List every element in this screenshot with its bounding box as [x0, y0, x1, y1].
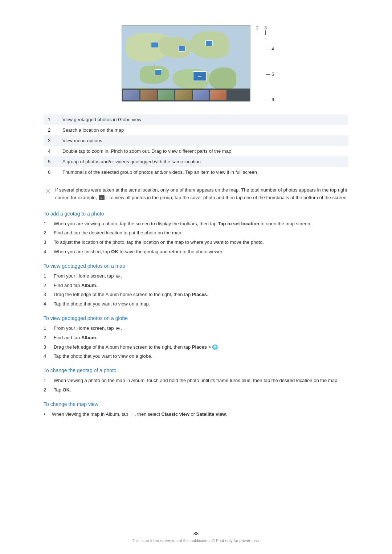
step-list-add-geotag: 1 When you are viewing a photo, tap the …: [44, 220, 348, 256]
step-num: 4: [44, 300, 51, 308]
step-text: From your Home screen, tap ⊕.: [54, 272, 122, 280]
row-num: 6: [44, 167, 58, 177]
step-num: 1: [44, 377, 51, 385]
section-add-geotag: To add a geotag to a photo 1 When you ar…: [44, 211, 348, 256]
step-text: When you are viewing a photo, tap the sc…: [54, 220, 311, 228]
list-item: 3 Drag the left edge of the Album home s…: [44, 344, 348, 351]
table-row: 1 View geotagged photos in Globe view: [44, 114, 348, 125]
bold-text: OK: [111, 249, 118, 254]
callout-2: 2: [256, 25, 259, 35]
bold-text: Places: [192, 292, 207, 297]
section-heading-change-map-view: To change the map view: [44, 401, 348, 407]
bullet-dot: •: [44, 411, 49, 418]
page-footer: 88 This is an Internet version of this p…: [0, 531, 392, 543]
step-list-change-geotag: 1 When viewing a photo on the map in Alb…: [44, 377, 348, 394]
row-text: Double tap to zoom in. Pinch to zoom out…: [58, 146, 348, 156]
note-icon: ✳: [45, 187, 51, 195]
bold-text: Classic view: [162, 411, 189, 417]
list-item: 2 Find and tap Album.: [44, 282, 348, 290]
step-num: 3: [44, 239, 51, 246]
map-pin-1: [151, 42, 158, 48]
list-item: 1 When viewing a photo on the map in Alb…: [44, 377, 348, 385]
section-heading-add-geotag: To add a geotag to a photo: [44, 211, 348, 217]
step-text: Tap the photo that you want to view on a…: [54, 353, 152, 360]
page-number: 88: [0, 531, 392, 536]
bold-text: Satellite view: [196, 411, 226, 417]
table-row: 2 Search a location on the map: [44, 125, 348, 135]
top-callouts: 1 2 3: [248, 25, 267, 35]
step-text: From your Home screen, tap ⊕.: [54, 325, 122, 332]
list-item: 2 Find and tap the desired location to p…: [44, 229, 348, 237]
map-pin-2: [178, 46, 185, 52]
thumb-2: [140, 90, 157, 100]
section-view-on-map: To view geotagged photos on a map 1 From…: [44, 263, 348, 308]
land-mass-6: [209, 67, 236, 89]
step-text: Drag the left edge of the Album home scr…: [54, 344, 219, 351]
step-list-view-map: 1 From your Home screen, tap ⊕. 2 Find a…: [44, 272, 348, 308]
bold-text: Tap to set location: [218, 221, 259, 226]
callout-4: 4: [266, 46, 274, 52]
step-list-view-globe: 1 From your Home screen, tap ⊕. 2 Find a…: [44, 325, 348, 360]
step-num: 3: [44, 291, 51, 299]
table-row: 5 A group of photos and/or videos geotag…: [44, 156, 348, 167]
step-text: To adjust the location of the photo, tap…: [54, 239, 264, 246]
list-item: 1 From your Home screen, tap ⊕.: [44, 325, 348, 332]
list-item: 3 Drag the left edge of the Album home s…: [44, 291, 348, 299]
step-num: 1: [44, 325, 51, 332]
step-num: 4: [44, 248, 51, 256]
bold-text: OK: [63, 387, 70, 393]
thumb-6: [210, 90, 226, 100]
callout-5: 5: [266, 72, 274, 77]
step-num: 4: [44, 353, 51, 360]
list-item: 1 When you are viewing a photo, tap the …: [44, 220, 348, 228]
row-text: A group of photos and/or videos geotagge…: [58, 156, 348, 167]
row-num: 2: [44, 125, 58, 135]
row-text: Search a location on the map: [58, 125, 348, 135]
row-num: 5: [44, 156, 58, 167]
globe-icon: 🌐: [212, 345, 217, 350]
map-image: ▪▪▪: [122, 25, 250, 102]
step-num: 1: [44, 272, 51, 280]
thumb-4: [175, 90, 192, 100]
bold-text: Album: [81, 335, 96, 340]
step-text: Tap OK.: [54, 386, 71, 394]
thumb-1: [123, 90, 139, 100]
row-text: View geotagged photos in Globe view: [58, 114, 348, 125]
step-text: Tap the photo that you want to view on a…: [54, 300, 150, 308]
section-heading-view-globe: To view geotagged photos on a globe: [44, 315, 348, 321]
section-change-geotag: To change the geotag of a photo 1 When v…: [44, 368, 348, 394]
step-text: Find and tap Album.: [54, 334, 97, 342]
menu-icon: ⋮: [130, 412, 135, 417]
callout-3: 3: [264, 25, 267, 35]
reference-table: 1 View geotagged photos in Globe view 2 …: [44, 114, 348, 177]
apps-icon: ⊕: [115, 273, 121, 279]
list-item: 2 Tap OK.: [44, 386, 348, 394]
callout-label-3: 3: [264, 25, 267, 30]
page: 1 2 3: [0, 0, 392, 554]
thumb-5: [193, 90, 209, 100]
row-text: View menu options: [58, 135, 348, 146]
step-text: When viewing a photo on the map in Album…: [54, 377, 339, 385]
list-item: 1 From your Home screen, tap ⊕.: [44, 272, 348, 280]
row-num: 3: [44, 135, 58, 146]
row-num: 1: [44, 114, 58, 125]
thumbnail-strip: [122, 89, 250, 101]
thumb-3: [158, 90, 174, 100]
step-text: When you are finished, tap OK to save th…: [54, 248, 224, 256]
callout-label-2: 2: [256, 25, 259, 30]
note-text: If several photos were taken at the same…: [55, 186, 348, 202]
step-num: 2: [44, 229, 51, 237]
bold-text: Places: [192, 344, 207, 350]
apps-icon: ⊕: [115, 326, 121, 332]
table-row: 6 Thumbnails of the selected group of ph…: [44, 167, 348, 177]
callout-6: 6: [266, 97, 274, 102]
bullet-text: When viewing the map in Album, tap ⋮, th…: [52, 411, 227, 418]
row-text: Thumbnails of the selected group of phot…: [58, 167, 348, 177]
right-callouts: 4 5 6: [266, 36, 274, 112]
step-num: 1: [44, 220, 51, 228]
note-box: ✳ If several photos were taken at the sa…: [44, 186, 348, 202]
photo-badge-icon: 2: [99, 195, 105, 200]
list-item: 4 Tap the photo that you want to view on…: [44, 353, 348, 360]
section-heading-view-map: To view geotagged photos on a map: [44, 263, 348, 269]
bullet-list-change-map-view: • When viewing the map in Album, tap ⋮, …: [44, 411, 348, 418]
